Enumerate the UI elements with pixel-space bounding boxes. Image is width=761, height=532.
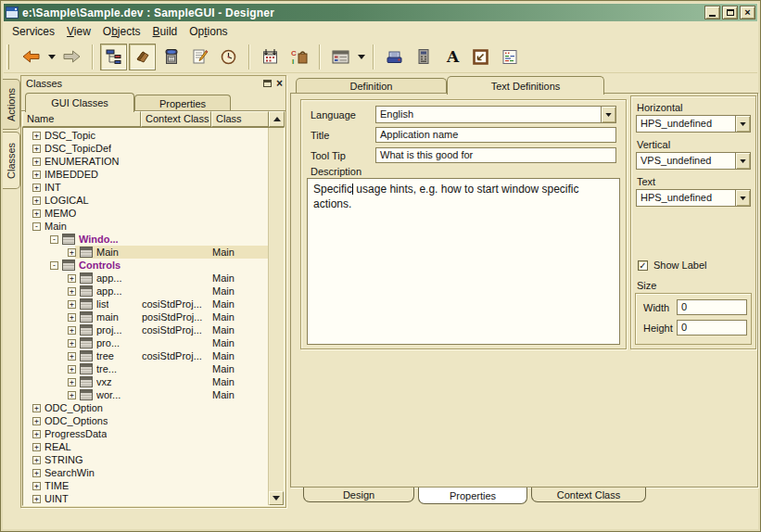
expand-icon[interactable]: + <box>32 158 41 166</box>
tree-row[interactable]: +ODC_Option <box>23 401 268 414</box>
dock-tab-classes[interactable]: Classes <box>3 132 20 189</box>
device-settings-button[interactable] <box>410 44 437 70</box>
expand-icon[interactable]: + <box>32 430 41 438</box>
expand-icon[interactable]: + <box>68 326 76 335</box>
text-dropdown-button[interactable] <box>735 189 751 207</box>
expand-icon[interactable]: + <box>68 378 76 386</box>
tree-row[interactable]: +tre...Main <box>23 362 268 375</box>
tree-row[interactable]: +DSC_TopicDef <box>23 142 268 155</box>
tab-text-definitions[interactable]: Text Definitions <box>447 76 604 95</box>
expand-icon[interactable]: + <box>68 365 76 374</box>
window-form-select-button[interactable] <box>327 44 354 70</box>
expand-icon[interactable]: + <box>32 404 41 412</box>
dock-float-icon[interactable] <box>263 80 272 87</box>
menu-objects[interactable]: Objects <box>100 22 150 41</box>
tree-scrollbar[interactable] <box>268 128 284 505</box>
tree-row[interactable]: +ProgressData <box>23 427 268 440</box>
tree-row[interactable]: +SearchWin <box>23 466 268 479</box>
column-header-class[interactable]: Class <box>211 111 269 127</box>
repository-button[interactable] <box>129 44 156 70</box>
expand-icon[interactable]: + <box>32 417 41 425</box>
toolbar-drag-handle[interactable] <box>6 44 9 70</box>
scroll-up-button[interactable] <box>269 111 285 127</box>
tree-row[interactable]: +pro...Main <box>23 336 268 349</box>
horizontal-dropdown-button[interactable] <box>735 115 751 133</box>
forward-button[interactable] <box>58 44 85 70</box>
tree-row[interactable]: +listcosiStdProj...Main <box>23 298 268 310</box>
tree-row[interactable]: +ODC_Options <box>23 414 268 427</box>
menu-options[interactable]: Options <box>186 22 236 41</box>
column-header-name[interactable]: Name <box>22 111 141 127</box>
tree-row[interactable]: +IMBEDDED <box>23 168 268 181</box>
link-frame-button[interactable] <box>467 44 494 70</box>
expand-icon[interactable]: + <box>68 248 76 257</box>
tree-row[interactable]: -Windo... <box>23 233 268 246</box>
title-field[interactable]: Application name <box>375 127 616 143</box>
tab-properties-bottom[interactable]: Properties <box>418 488 527 504</box>
tab-design[interactable]: Design <box>303 488 414 502</box>
expand-icon[interactable]: + <box>68 287 76 296</box>
tab-context-class[interactable]: Context Class <box>531 488 646 502</box>
text-combobox[interactable]: HPS_undefined <box>636 189 751 207</box>
tooltip-field[interactable]: What is this good for <box>375 147 616 163</box>
tree-row[interactable]: +INT <box>23 181 268 194</box>
language-dropdown-button[interactable] <box>601 106 616 123</box>
expand-icon[interactable]: + <box>68 313 76 322</box>
dock-tab-actions[interactable]: Actions <box>3 79 20 130</box>
tree-row[interactable]: +REAL <box>23 440 268 453</box>
tree-row[interactable]: +treecosiStdProj...Main <box>23 349 268 362</box>
tree-row[interactable]: +LOGICAL <box>23 194 268 207</box>
tab-gui-classes[interactable]: GUI Classes <box>25 93 134 112</box>
expand-icon[interactable]: + <box>32 209 41 218</box>
menu-build[interactable]: Build <box>150 22 187 41</box>
tree-row[interactable]: +app...Main <box>23 272 268 285</box>
tree-row[interactable]: -Main <box>23 220 268 233</box>
expand-icon[interactable]: + <box>32 184 41 192</box>
column-header-context-class[interactable]: Context Class <box>141 111 211 127</box>
back-button[interactable] <box>18 44 44 70</box>
height-field[interactable]: 0 <box>677 320 747 336</box>
font-button[interactable]: A <box>438 44 465 70</box>
expand-icon[interactable]: + <box>32 132 41 140</box>
scroll-down-button[interactable] <box>269 491 284 505</box>
maximize-button[interactable] <box>722 6 738 19</box>
menu-view[interactable]: View <box>64 22 100 41</box>
tree-row[interactable]: -Controls <box>23 259 268 272</box>
expand-icon[interactable]: + <box>32 196 41 205</box>
tab-properties[interactable]: Properties <box>134 95 231 111</box>
width-field[interactable]: 0 <box>677 299 747 315</box>
tree-row[interactable]: +mainposiStdProj...Main <box>23 310 268 323</box>
time-settings-button[interactable] <box>215 44 242 70</box>
import-data-button[interactable] <box>257 44 284 70</box>
vertical-combobox[interactable]: VPS_undefined <box>636 152 751 170</box>
tree-row[interactable]: +UINT <box>23 492 268 505</box>
collapse-icon[interactable]: - <box>50 235 58 244</box>
tree-row[interactable]: +MainMain <box>23 246 268 259</box>
expand-icon[interactable]: + <box>32 469 41 477</box>
tree-row[interactable]: +vxzMain <box>23 375 268 388</box>
expand-icon[interactable]: + <box>32 171 41 179</box>
edit-definition-button[interactable] <box>186 44 213 70</box>
class-info-button[interactable]: C I <box>285 44 312 70</box>
horizontal-combobox[interactable]: HPS_undefined <box>636 115 751 133</box>
expand-icon[interactable]: + <box>68 391 76 399</box>
vertical-dropdown-button[interactable] <box>735 152 751 170</box>
tree-row[interactable]: +DSC_Topic <box>23 129 268 142</box>
tree-row[interactable]: +MEMO <box>23 207 268 220</box>
title-bar[interactable]: e:\Sample\Sample.dev : SampleGUI - Desig… <box>4 4 757 21</box>
tree-row[interactable]: +proj...cosiStdProj...Main <box>23 323 268 336</box>
form-select-dropdown[interactable] <box>355 44 367 70</box>
show-label-checkbox[interactable] <box>638 260 648 271</box>
expand-icon[interactable]: + <box>68 352 76 361</box>
tree-row[interactable]: +STRING <box>23 453 268 466</box>
menu-services[interactable]: Services <box>9 22 64 41</box>
minimize-button[interactable] <box>704 6 720 19</box>
description-field[interactable]: Specific usage hints, e.g. how to start … <box>307 178 620 345</box>
tree-row[interactable]: +ENUMERATION <box>23 155 268 168</box>
expand-icon[interactable]: + <box>32 443 41 451</box>
tree-row[interactable]: +app...Main <box>23 285 268 298</box>
expand-icon[interactable]: + <box>32 145 41 153</box>
back-history-dropdown[interactable] <box>45 44 57 70</box>
expand-icon[interactable]: + <box>68 274 76 283</box>
language-combobox[interactable]: English <box>375 106 616 123</box>
